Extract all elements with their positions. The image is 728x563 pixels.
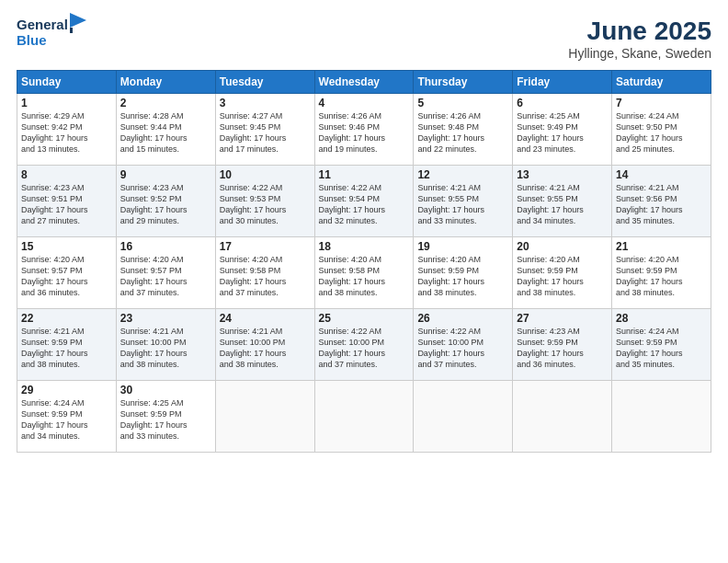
day-number: 12: [417, 168, 508, 181]
day-number: 10: [220, 168, 311, 181]
table-row: 23Sunrise: 4:21 AMSunset: 10:00 PMDaylig…: [116, 309, 215, 381]
table-row: 7Sunrise: 4:24 AMSunset: 9:50 PMDaylight…: [612, 94, 711, 166]
table-row: 11Sunrise: 4:22 AMSunset: 9:54 PMDayligh…: [314, 166, 414, 237]
table-row: [513, 381, 612, 453]
day-info: Sunrise: 4:21 AMSunset: 9:55 PMDaylight:…: [517, 182, 608, 227]
table-row: 15Sunrise: 4:20 AMSunset: 9:57 PMDayligh…: [17, 237, 117, 309]
day-info: Sunrise: 4:20 AMSunset: 9:58 PMDaylight:…: [220, 254, 311, 299]
calendar-week-row: 8Sunrise: 4:23 AMSunset: 9:51 PMDaylight…: [17, 166, 711, 237]
table-row: 9Sunrise: 4:23 AMSunset: 9:52 PMDaylight…: [116, 166, 215, 237]
header-friday: Friday: [513, 71, 612, 94]
table-row: 1Sunrise: 4:29 AMSunset: 9:42 PMDaylight…: [17, 94, 117, 166]
day-number: 19: [417, 240, 508, 253]
calendar-week-row: 22Sunrise: 4:21 AMSunset: 9:59 PMDayligh…: [17, 309, 711, 381]
table-row: 14Sunrise: 4:21 AMSunset: 9:56 PMDayligh…: [612, 166, 711, 237]
title-block: June 2025 Hyllinge, Skane, Sweden: [568, 17, 711, 61]
day-info: Sunrise: 4:22 AMSunset: 10:00 PMDaylight…: [319, 326, 410, 371]
day-number: 24: [220, 312, 311, 325]
logo-general: General: [17, 17, 68, 33]
day-info: Sunrise: 4:25 AMSunset: 9:49 PMDaylight:…: [517, 110, 608, 155]
day-number: 17: [220, 240, 311, 253]
day-info: Sunrise: 4:23 AMSunset: 9:51 PMDaylight:…: [21, 182, 112, 227]
table-row: 16Sunrise: 4:20 AMSunset: 9:57 PMDayligh…: [116, 237, 215, 309]
day-number: 1: [21, 97, 112, 109]
header-saturday: Saturday: [612, 71, 711, 94]
day-number: 2: [120, 97, 211, 109]
calendar-week-row: 29Sunrise: 4:24 AMSunset: 9:59 PMDayligh…: [17, 381, 711, 453]
day-number: 16: [120, 240, 211, 253]
table-row: 25Sunrise: 4:22 AMSunset: 10:00 PMDaylig…: [314, 309, 414, 381]
table-row: 19Sunrise: 4:20 AMSunset: 9:59 PMDayligh…: [414, 237, 513, 309]
day-number: 14: [616, 168, 707, 181]
calendar-week-row: 1Sunrise: 4:29 AMSunset: 9:42 PMDaylight…: [17, 94, 711, 166]
table-row: [612, 381, 711, 453]
day-info: Sunrise: 4:25 AMSunset: 9:59 PMDaylight:…: [120, 397, 211, 442]
day-number: 26: [417, 312, 508, 325]
day-number: 11: [319, 168, 410, 181]
day-info: Sunrise: 4:22 AMSunset: 9:53 PMDaylight:…: [220, 182, 311, 227]
table-row: 22Sunrise: 4:21 AMSunset: 9:59 PMDayligh…: [17, 309, 117, 381]
day-info: Sunrise: 4:23 AMSunset: 9:52 PMDaylight:…: [120, 182, 211, 227]
day-info: Sunrise: 4:20 AMSunset: 9:59 PMDaylight:…: [417, 254, 508, 299]
table-row: 4Sunrise: 4:26 AMSunset: 9:46 PMDaylight…: [314, 94, 414, 166]
page: General Blue June 2025 Hyllinge, Skane, …: [0, 0, 728, 563]
day-number: 25: [319, 312, 410, 325]
table-row: 18Sunrise: 4:20 AMSunset: 9:58 PMDayligh…: [314, 237, 414, 309]
day-info: Sunrise: 4:20 AMSunset: 9:59 PMDaylight:…: [616, 254, 707, 299]
table-row: 6Sunrise: 4:25 AMSunset: 9:49 PMDaylight…: [513, 94, 612, 166]
day-number: 28: [616, 312, 707, 325]
day-info: Sunrise: 4:28 AMSunset: 9:44 PMDaylight:…: [120, 110, 211, 155]
day-info: Sunrise: 4:24 AMSunset: 9:59 PMDaylight:…: [616, 326, 707, 371]
day-info: Sunrise: 4:21 AMSunset: 9:55 PMDaylight:…: [417, 182, 508, 227]
day-number: 4: [319, 97, 410, 109]
table-row: 27Sunrise: 4:23 AMSunset: 9:59 PMDayligh…: [513, 309, 612, 381]
day-info: Sunrise: 4:20 AMSunset: 9:57 PMDaylight:…: [120, 254, 211, 299]
table-row: 30Sunrise: 4:25 AMSunset: 9:59 PMDayligh…: [116, 381, 215, 453]
day-info: Sunrise: 4:26 AMSunset: 9:46 PMDaylight:…: [319, 110, 410, 155]
table-row: 24Sunrise: 4:21 AMSunset: 10:00 PMDaylig…: [215, 309, 314, 381]
day-info: Sunrise: 4:22 AMSunset: 10:00 PMDaylight…: [417, 326, 508, 371]
day-number: 9: [120, 168, 211, 181]
calendar-week-row: 15Sunrise: 4:20 AMSunset: 9:57 PMDayligh…: [17, 237, 711, 309]
table-row: 3Sunrise: 4:27 AMSunset: 9:45 PMDaylight…: [215, 94, 314, 166]
header-thursday: Thursday: [414, 71, 513, 94]
month-title: June 2025: [568, 17, 711, 46]
table-row: [215, 381, 314, 453]
table-row: [414, 381, 513, 453]
day-number: 20: [517, 240, 608, 253]
table-row: 13Sunrise: 4:21 AMSunset: 9:55 PMDayligh…: [513, 166, 612, 237]
table-row: 12Sunrise: 4:21 AMSunset: 9:55 PMDayligh…: [414, 166, 513, 237]
day-number: 13: [517, 168, 608, 181]
calendar-header-row: Sunday Monday Tuesday Wednesday Thursday…: [17, 71, 711, 94]
header-wednesday: Wednesday: [314, 71, 414, 94]
location-title: Hyllinge, Skane, Sweden: [568, 46, 711, 61]
table-row: 2Sunrise: 4:28 AMSunset: 9:44 PMDaylight…: [116, 94, 215, 166]
logo: General Blue: [17, 17, 86, 49]
day-number: 15: [21, 240, 112, 253]
day-info: Sunrise: 4:24 AMSunset: 9:59 PMDaylight:…: [21, 397, 112, 442]
day-info: Sunrise: 4:21 AMSunset: 10:00 PMDaylight…: [120, 326, 211, 371]
day-info: Sunrise: 4:29 AMSunset: 9:42 PMDaylight:…: [21, 110, 112, 155]
day-number: 3: [220, 97, 311, 109]
table-row: [314, 381, 414, 453]
table-row: 26Sunrise: 4:22 AMSunset: 10:00 PMDaylig…: [414, 309, 513, 381]
header: General Blue June 2025 Hyllinge, Skane, …: [17, 17, 711, 61]
day-info: Sunrise: 4:21 AMSunset: 10:00 PMDaylight…: [220, 326, 311, 371]
svg-marker-0: [70, 13, 86, 28]
table-row: 29Sunrise: 4:24 AMSunset: 9:59 PMDayligh…: [17, 381, 117, 453]
day-info: Sunrise: 4:23 AMSunset: 9:59 PMDaylight:…: [517, 326, 608, 371]
calendar-table: Sunday Monday Tuesday Wednesday Thursday…: [17, 70, 711, 453]
day-number: 30: [120, 384, 211, 396]
day-number: 8: [21, 168, 112, 181]
table-row: 8Sunrise: 4:23 AMSunset: 9:51 PMDaylight…: [17, 166, 117, 237]
header-sunday: Sunday: [17, 71, 117, 94]
day-number: 21: [616, 240, 707, 253]
day-info: Sunrise: 4:24 AMSunset: 9:50 PMDaylight:…: [616, 110, 707, 155]
logo-blue: Blue: [17, 33, 86, 49]
day-info: Sunrise: 4:21 AMSunset: 9:59 PMDaylight:…: [21, 326, 112, 371]
day-info: Sunrise: 4:20 AMSunset: 9:57 PMDaylight:…: [21, 254, 112, 299]
day-info: Sunrise: 4:20 AMSunset: 9:59 PMDaylight:…: [517, 254, 608, 299]
table-row: 17Sunrise: 4:20 AMSunset: 9:58 PMDayligh…: [215, 237, 314, 309]
table-row: 28Sunrise: 4:24 AMSunset: 9:59 PMDayligh…: [612, 309, 711, 381]
day-info: Sunrise: 4:20 AMSunset: 9:58 PMDaylight:…: [319, 254, 410, 299]
